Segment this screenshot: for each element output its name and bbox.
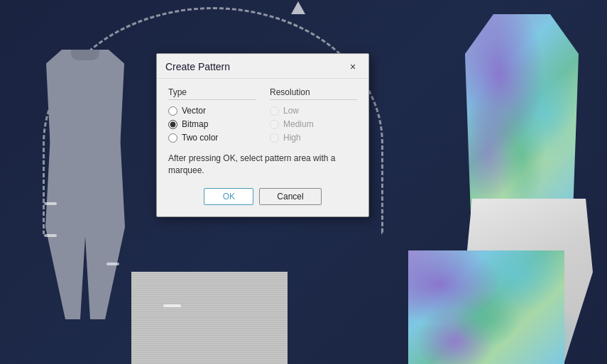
dialog-buttons: OK Cancel bbox=[168, 188, 357, 205]
dialog-columns: Type Vector Bitmap Two color bbox=[168, 87, 357, 143]
type-radio-bitmap[interactable] bbox=[168, 120, 177, 129]
resolution-option-medium: Medium bbox=[270, 119, 357, 129]
dialog-titlebar: Create Pattern × bbox=[157, 54, 368, 79]
type-option-bitmap[interactable]: Bitmap bbox=[168, 119, 256, 129]
dialog-close-button[interactable]: × bbox=[346, 60, 360, 74]
type-section: Type Vector Bitmap Two color bbox=[168, 87, 256, 143]
create-pattern-dialog: Create Pattern × Type Vector Bitmap bbox=[156, 53, 369, 217]
resolution-label-medium: Medium bbox=[283, 119, 314, 129]
resolution-radio-medium bbox=[270, 120, 279, 129]
dialog-body: Type Vector Bitmap Two color bbox=[157, 79, 368, 216]
resolution-radio-high bbox=[270, 133, 279, 143]
resolution-radio-low bbox=[270, 106, 279, 116]
resolution-section-label: Resolution bbox=[270, 87, 357, 100]
dialog-message: After pressing OK, select pattern area w… bbox=[168, 153, 357, 177]
type-label-two-color: Two color bbox=[182, 133, 218, 143]
type-label-bitmap: Bitmap bbox=[182, 119, 208, 129]
type-option-vector[interactable]: Vector bbox=[168, 106, 256, 116]
type-option-two-color[interactable]: Two color bbox=[168, 133, 256, 143]
dialog-overlay: Create Pattern × Type Vector Bitmap bbox=[0, 0, 607, 364]
type-section-label: Type bbox=[168, 87, 256, 100]
type-radio-two-color[interactable] bbox=[168, 133, 177, 143]
resolution-label-low: Low bbox=[283, 106, 299, 116]
resolution-label-high: High bbox=[283, 133, 301, 143]
resolution-option-low: Low bbox=[270, 106, 357, 116]
dialog-title: Create Pattern bbox=[165, 61, 230, 72]
cancel-button[interactable]: Cancel bbox=[259, 188, 321, 205]
resolution-option-high: High bbox=[270, 133, 357, 143]
resolution-section: Resolution Low Medium High bbox=[270, 87, 357, 143]
type-label-vector: Vector bbox=[182, 106, 206, 116]
type-radio-group: Vector Bitmap Two color bbox=[168, 106, 256, 143]
resolution-radio-group: Low Medium High bbox=[270, 106, 357, 143]
ok-button[interactable]: OK bbox=[204, 188, 253, 205]
type-radio-vector[interactable] bbox=[168, 106, 177, 116]
